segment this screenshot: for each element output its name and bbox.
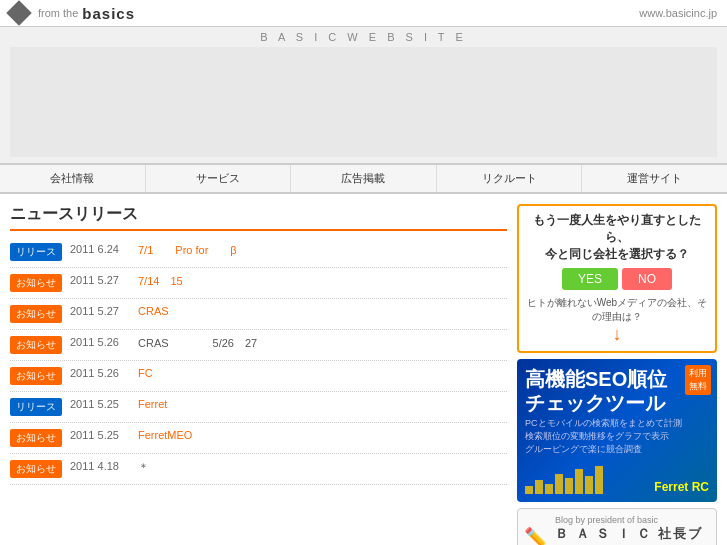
nav-item-company[interactable]: 会社情報 bbox=[0, 165, 146, 192]
nav-item-recruit[interactable]: リクルート bbox=[437, 165, 583, 192]
career-ad-buttons: YES NO bbox=[525, 268, 709, 290]
logo-brand: basics bbox=[82, 5, 135, 22]
news-text[interactable]: 7/14 15 bbox=[138, 274, 507, 289]
logo-prefix: from the bbox=[38, 7, 78, 19]
tag-badge: リリース bbox=[10, 398, 62, 416]
seo-ad-box[interactable]: 利用無料 高機能SEO順位チェックツール PCとモバイルの検索順をまとめて計測検… bbox=[517, 359, 717, 502]
blog-icon: ✏️ bbox=[524, 526, 549, 545]
banner-image bbox=[10, 47, 717, 157]
news-item: お知らせ 2011 5.25 FerretMEO bbox=[10, 423, 507, 454]
news-text: ＊ bbox=[138, 460, 507, 475]
news-text[interactable]: FC bbox=[138, 367, 507, 379]
news-date: 2011 5.26 bbox=[70, 336, 130, 348]
seo-chart bbox=[525, 464, 603, 494]
news-item: お知らせ 2011 5.26 CRAS 5/26 27 bbox=[10, 330, 507, 361]
nav-bar: 会社情報 サービス 広告掲載 リクルート 運営サイト bbox=[0, 164, 727, 194]
news-item: お知らせ 2011 4.18 ＊ bbox=[10, 454, 507, 485]
logo-diamond-icon bbox=[6, 0, 31, 25]
banner-area: B A S I C W E B S I T E bbox=[0, 27, 727, 164]
news-item: お知らせ 2011 5.26 FC bbox=[10, 361, 507, 392]
news-item: お知らせ 2011 5.27 CRAS bbox=[10, 299, 507, 330]
blog-label: Blog by president of basic bbox=[555, 515, 710, 525]
tag-badge: お知らせ bbox=[10, 367, 62, 385]
blog-box[interactable]: ✏️ Blog by president of basic Ｂ Ａ Ｓ Ｉ Ｃ … bbox=[517, 508, 717, 545]
nav-item-service[interactable]: サービス bbox=[146, 165, 292, 192]
nav-item-ads[interactable]: 広告掲載 bbox=[291, 165, 437, 192]
career-ad-sub: ヒトが離れないWebメディアの会社、その理由は？ bbox=[525, 296, 709, 324]
blog-title: Ｂ Ａ Ｓ Ｉ Ｃ 社長ブログ bbox=[555, 525, 710, 545]
news-item: リリース 2011 6.24 7/1 Pro for β bbox=[10, 237, 507, 268]
header-url: www.basicinc.jp bbox=[639, 7, 717, 19]
seo-ferret-label: Ferret RC bbox=[654, 480, 709, 494]
seo-sub-text: PCとモバイルの検索順をまとめて計測検索順位の変動推移をグラフで表示グルーピング… bbox=[525, 417, 709, 456]
news-date: 2011 5.25 bbox=[70, 429, 130, 441]
tag-badge: お知らせ bbox=[10, 274, 62, 292]
news-date: 2011 4.18 bbox=[70, 460, 130, 472]
tag-badge: お知らせ bbox=[10, 460, 62, 478]
news-text: CRAS 5/26 27 bbox=[138, 336, 507, 351]
left-column: ニュースリリース リリース 2011 6.24 7/1 Pro for β お知… bbox=[10, 204, 507, 545]
news-date: 2011 5.26 bbox=[70, 367, 130, 379]
no-button[interactable]: NO bbox=[622, 268, 672, 290]
news-text[interactable]: Ferret bbox=[138, 398, 507, 410]
news-text[interactable]: FerretMEO bbox=[138, 429, 507, 441]
right-column: もう一度人生をやり直すとしたら、今と同じ会社を選択する？ YES NO ヒトが離… bbox=[517, 204, 717, 545]
news-item: リリース 2011 5.25 Ferret bbox=[10, 392, 507, 423]
logo-area[interactable]: from the basics bbox=[10, 4, 135, 22]
news-date: 2011 5.25 bbox=[70, 398, 130, 410]
yes-button[interactable]: YES bbox=[562, 268, 618, 290]
seo-badge: 利用無料 bbox=[685, 365, 711, 395]
section-title: ニュースリリース bbox=[10, 204, 507, 231]
tag-badge: お知らせ bbox=[10, 305, 62, 323]
banner-subtitle: B A S I C W E B S I T E bbox=[0, 31, 727, 43]
seo-main-title: 高機能SEO順位チェックツール bbox=[525, 367, 709, 415]
main-area: ニュースリリース リリース 2011 6.24 7/1 Pro for β お知… bbox=[0, 194, 727, 545]
tag-badge: リリース bbox=[10, 243, 62, 261]
arrow-down-icon: ↓ bbox=[525, 324, 709, 345]
tag-badge: お知らせ bbox=[10, 336, 62, 354]
nav-item-sites[interactable]: 運営サイト bbox=[582, 165, 727, 192]
tag-badge: お知らせ bbox=[10, 429, 62, 447]
news-item: お知らせ 2011 5.27 7/14 15 bbox=[10, 268, 507, 299]
career-ad-box: もう一度人生をやり直すとしたら、今と同じ会社を選択する？ YES NO ヒトが離… bbox=[517, 204, 717, 353]
news-text[interactable]: 7/1 Pro for β bbox=[138, 243, 507, 258]
news-date: 2011 5.27 bbox=[70, 274, 130, 286]
news-date: 2011 5.27 bbox=[70, 305, 130, 317]
blog-content: Blog by president of basic Ｂ Ａ Ｓ Ｉ Ｃ 社長ブ… bbox=[555, 515, 710, 545]
career-ad-title: もう一度人生をやり直すとしたら、今と同じ会社を選択する？ bbox=[525, 212, 709, 262]
news-date: 2011 6.24 bbox=[70, 243, 130, 255]
header: from the basics www.basicinc.jp bbox=[0, 0, 727, 27]
news-text[interactable]: CRAS bbox=[138, 305, 507, 317]
